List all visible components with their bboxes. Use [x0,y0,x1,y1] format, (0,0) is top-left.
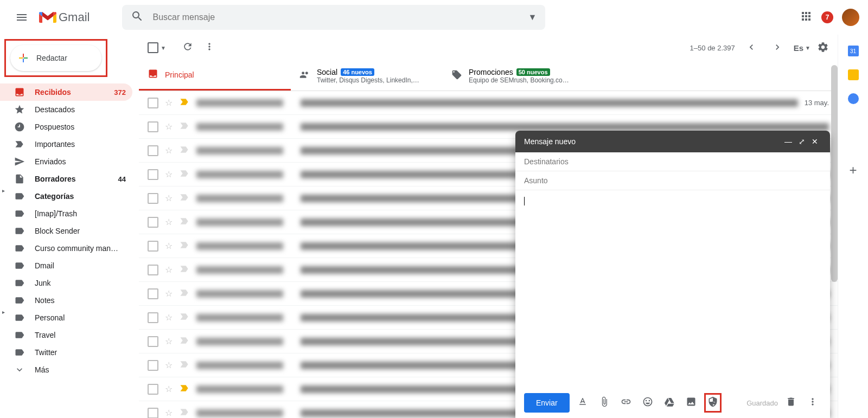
search-bar[interactable]: ▼ [122,5,545,30]
search-dropdown-icon[interactable]: ▼ [528,12,537,22]
email-row[interactable]: ☆13 may. [139,91,838,115]
star-icon[interactable]: ☆ [165,336,173,346]
scrollbar[interactable] [831,65,838,282]
minimize-icon[interactable]: — [781,137,795,146]
emoji-icon[interactable] [639,393,656,413]
important-icon[interactable] [179,192,190,205]
compose-header[interactable]: Mensaje nuevo — ⤢ ✕ [515,131,830,152]
email-checkbox[interactable] [148,384,158,395]
sidebar-item-recibidos[interactable]: Recibidos372 [0,83,132,101]
important-icon[interactable] [179,335,190,348]
tab-principal[interactable]: Principal [139,61,291,91]
important-icon[interactable] [179,97,190,110]
email-checkbox[interactable] [148,265,158,275]
prev-page-button[interactable] [742,37,761,59]
menu-button[interactable] [9,4,35,30]
language-button[interactable]: Es ▼ [794,43,810,53]
format-icon[interactable] [574,393,591,413]
email-checkbox[interactable] [148,193,158,204]
email-checkbox[interactable] [148,145,158,156]
email-checkbox[interactable] [148,98,158,108]
expand-icon[interactable]: ⤢ [795,137,808,146]
tasks-icon[interactable] [848,93,859,104]
subject-field[interactable] [515,171,830,190]
sidebar-item-travel[interactable]: Travel [0,326,132,344]
email-checkbox[interactable] [148,336,158,347]
close-icon[interactable]: ✕ [808,137,821,146]
star-icon[interactable]: ☆ [165,169,173,179]
star-icon[interactable]: ☆ [165,121,173,132]
star-icon[interactable]: ☆ [165,98,173,108]
select-dropdown-icon[interactable]: ▼ [161,45,166,51]
star-icon[interactable]: ☆ [165,241,173,251]
email-checkbox[interactable] [148,217,158,228]
star-icon[interactable]: ☆ [165,288,173,299]
refresh-button[interactable] [182,41,193,54]
sidebar-item-importantes[interactable]: Importantes [0,136,132,153]
important-icon[interactable] [179,120,190,133]
important-icon[interactable] [179,287,190,300]
star-icon[interactable]: ☆ [165,384,173,394]
sidebar-item-borradores[interactable]: Borradores44 [0,170,132,188]
important-icon[interactable] [179,168,190,181]
important-icon[interactable] [179,383,190,396]
sidebar-item-enviados[interactable]: Enviados [0,153,132,170]
compose-body[interactable] [515,190,830,388]
star-icon[interactable]: ☆ [165,360,173,370]
sidebar-item-personal[interactable]: Personal [0,309,132,326]
important-icon[interactable] [179,311,190,324]
email-checkbox[interactable] [148,408,158,419]
subject-input[interactable] [524,176,821,185]
sidebar-item-blocksender[interactable]: Block Sender [0,222,132,240]
drive-icon[interactable] [661,393,678,413]
search-input[interactable] [152,12,528,22]
email-checkbox[interactable] [148,312,158,323]
attach-icon[interactable] [596,393,613,413]
star-icon[interactable]: ☆ [165,312,173,323]
star-icon[interactable]: ☆ [165,217,173,227]
tab-promociones[interactable]: Promociones50 nuevosEquipo de SEMrush, B… [443,61,595,91]
compose-button[interactable]: Redactar [10,45,101,71]
link-icon[interactable] [617,393,635,413]
email-checkbox[interactable] [148,169,158,180]
star-icon[interactable]: ☆ [165,145,173,156]
keep-icon[interactable] [848,69,859,80]
more-button[interactable] [204,41,215,54]
star-icon[interactable]: ☆ [165,265,173,275]
sidebar-item-twitter[interactable]: Twitter [0,344,132,361]
tab-social[interactable]: Social46 nuevosTwitter, Disqus Digests, … [291,61,443,91]
photo-icon[interactable] [682,393,700,413]
sidebar-item-imaptrash[interactable]: [Imap]/Trash [0,205,132,222]
email-checkbox[interactable] [148,288,158,299]
sidebar-item-notes[interactable]: Notes [0,292,132,309]
sidebar-item-ms[interactable]: Más [0,361,132,378]
sidebar-item-categoras[interactable]: Categorías [0,188,132,205]
important-icon[interactable] [179,216,190,229]
more-options-icon[interactable] [804,393,821,413]
delete-draft-icon[interactable] [782,393,800,413]
important-icon[interactable] [179,144,190,157]
next-page-button[interactable] [768,37,787,59]
calendar-icon[interactable]: 31 [848,46,859,56]
notification-badge[interactable]: 7 [821,11,833,23]
email-checkbox[interactable] [148,241,158,252]
select-all-checkbox[interactable] [148,42,158,53]
important-icon[interactable] [179,240,190,253]
add-addon-button[interactable]: + [849,163,857,178]
email-checkbox[interactable] [148,121,158,132]
recipients-input[interactable] [524,157,821,166]
important-icon[interactable] [179,407,190,419]
important-icon[interactable] [179,359,190,372]
important-icon[interactable] [179,263,190,276]
sidebar-item-pospuestos[interactable]: Pospuestos [0,118,132,136]
sidebar-item-junk[interactable]: Junk [0,274,132,292]
sidebar-item-destacados[interactable]: Destacados [0,101,132,118]
apps-icon[interactable] [800,10,813,25]
recipients-field[interactable] [515,152,830,171]
email-checkbox[interactable] [148,360,158,371]
gmail-logo[interactable]: Gmail [39,10,90,24]
star-icon[interactable]: ☆ [165,408,173,418]
star-icon[interactable]: ☆ [165,193,173,203]
settings-button[interactable] [817,41,829,55]
confidential-icon[interactable] [704,393,722,413]
